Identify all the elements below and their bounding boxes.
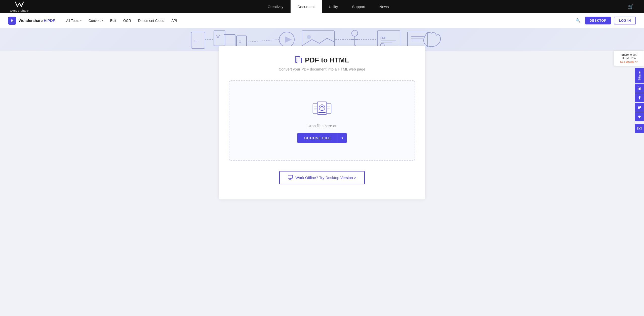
bookmark-share-button[interactable] (635, 112, 644, 121)
cart-icon[interactable]: 🛒 (628, 4, 634, 10)
desktop-button[interactable]: DESKTOP (585, 17, 611, 24)
desktop-version-label: Work Offline? Try Desktop Version > (295, 175, 356, 180)
share-promo-text: Share to get HiPDF Pro. (617, 53, 641, 59)
hipdf-logo-icon: H (8, 17, 16, 25)
svg-rect-45 (288, 175, 293, 178)
card-title-row: PDF to HTML (229, 56, 415, 64)
svg-point-26 (638, 86, 638, 87)
card-wrapper: PDF to HTML Convert your PDF document in… (219, 46, 425, 199)
main-card: PDF to HTML Convert your PDF document in… (219, 46, 425, 199)
logo-icon (15, 1, 24, 9)
top-nav: wondershare Creativity Document Utility … (0, 0, 644, 13)
sec-nav-all-tools[interactable]: All Tools ▾ (63, 17, 85, 24)
pdf-to-html-icon (295, 56, 302, 64)
svg-point-11 (352, 30, 358, 36)
chevron-down-icon: ▾ (342, 136, 343, 140)
desktop-version-button[interactable]: Work Offline? Try Desktop Version > (279, 171, 365, 184)
upload-zone[interactable]: Drop files here or CHOOSE FILE ▾ (229, 80, 415, 161)
main-content: PDF to HTML Convert your PDF document in… (0, 51, 644, 215)
share-promo: Share to get HiPDF Pro. See details >> (614, 50, 644, 66)
svg-marker-8 (285, 36, 292, 43)
top-nav-right: 🛒 (628, 4, 634, 10)
nav-creativity[interactable]: Creativity (261, 0, 291, 13)
choose-file-row: CHOOSE FILE ▾ (297, 133, 347, 143)
upload-icon (312, 98, 332, 119)
svg-marker-27 (638, 115, 641, 118)
svg-text:PDF: PDF (380, 36, 386, 39)
search-button[interactable]: 🔍 (574, 17, 582, 25)
svg-rect-30 (297, 58, 301, 63)
logo-text: wondershare (10, 9, 29, 12)
email-share-button[interactable] (635, 124, 644, 133)
share-label-button[interactable]: Share (635, 68, 644, 83)
nav-utility[interactable]: Utility (322, 0, 345, 13)
svg-rect-16 (408, 32, 428, 47)
chevron-down-icon: ▾ (80, 19, 82, 22)
sec-nav-convert[interactable]: Convert ▾ (86, 17, 106, 24)
linkedin-share-button[interactable] (635, 84, 644, 93)
brand-logo[interactable]: H Wondershare HiPDF (8, 17, 55, 25)
sec-nav-api[interactable]: API (168, 17, 180, 24)
svg-text:ZIP: ZIP (194, 40, 198, 43)
svg-point-10 (307, 35, 311, 39)
sec-nav-right: 🔍 DESKTOP LOG IN (574, 17, 636, 25)
share-promo-link[interactable]: See details >> (620, 60, 638, 63)
brand-logo-text: Wondershare HiPDF (19, 18, 55, 23)
monitor-icon (288, 175, 293, 180)
page-title: PDF to HTML (305, 56, 349, 64)
sec-nav-document-cloud[interactable]: Document Cloud (135, 17, 167, 24)
choose-file-button[interactable]: CHOOSE FILE (297, 133, 338, 143)
login-button[interactable]: LOG IN (614, 17, 636, 24)
nav-document[interactable]: Document (291, 0, 322, 13)
sec-nav-edit[interactable]: Edit (107, 17, 119, 24)
choose-file-dropdown-button[interactable]: ▾ (338, 133, 347, 143)
desktop-btn-wrap: Work Offline? Try Desktop Version > (229, 171, 415, 184)
page-subtitle: Convert your PDF document into a HTML we… (229, 67, 415, 71)
svg-text:W: W (216, 34, 220, 39)
nav-news[interactable]: News (372, 0, 396, 13)
sec-nav-ocr[interactable]: OCR (120, 17, 134, 24)
nav-support[interactable]: Support (345, 0, 373, 13)
svg-text:X: X (239, 40, 241, 44)
top-nav-links: Creativity Document Utility Support News (261, 0, 396, 13)
secondary-nav: H Wondershare HiPDF All Tools ▾ Convert … (0, 13, 644, 28)
wondershare-logo[interactable]: wondershare (10, 1, 29, 12)
upload-svg-icon (312, 98, 332, 119)
svg-line-21 (247, 40, 279, 42)
twitter-share-button[interactable] (635, 103, 644, 112)
share-sidebar: Share (635, 68, 644, 133)
drop-text: Drop files here or (307, 124, 336, 128)
sec-nav-links: All Tools ▾ Convert ▾ Edit OCR Document … (63, 17, 566, 24)
chevron-down-icon: ▾ (102, 19, 103, 22)
facebook-share-button[interactable] (635, 93, 644, 102)
svg-rect-25 (638, 88, 638, 90)
